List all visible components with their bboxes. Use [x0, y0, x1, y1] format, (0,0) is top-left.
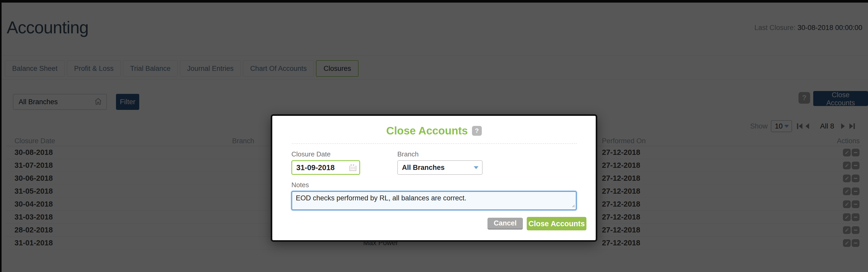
modal-title: Close Accounts — [386, 125, 468, 137]
resize-handle-icon[interactable] — [571, 204, 575, 208]
notes-field: EOD checks performed by RL, all balances… — [291, 191, 577, 210]
close-accounts-modal: Close Accounts ? Closure Date B — [271, 114, 597, 242]
modal-title-row: Close Accounts ? — [291, 125, 577, 137]
notes-label: Notes — [291, 181, 577, 189]
modal-fields-row: Closure Date Branch All Branches — [291, 144, 577, 175]
closure-date-field — [291, 160, 360, 175]
notes-textarea[interactable]: EOD checks performed by RL, all balances… — [291, 191, 577, 210]
chevron-down-icon — [474, 166, 478, 169]
branch-label: Branch — [397, 150, 483, 158]
cancel-button[interactable]: Cancel — [488, 218, 523, 230]
close-accounts-submit-button[interactable]: Close Accounts — [527, 217, 586, 230]
closure-date-label: Closure Date — [291, 150, 360, 158]
modal-footer: Cancel Close Accounts — [291, 217, 586, 230]
branch-select[interactable]: All Branches — [397, 160, 483, 175]
calendar-icon[interactable] — [348, 163, 358, 173]
help-icon[interactable]: ? — [472, 126, 482, 136]
branch-select-value: All Branches — [402, 164, 474, 172]
